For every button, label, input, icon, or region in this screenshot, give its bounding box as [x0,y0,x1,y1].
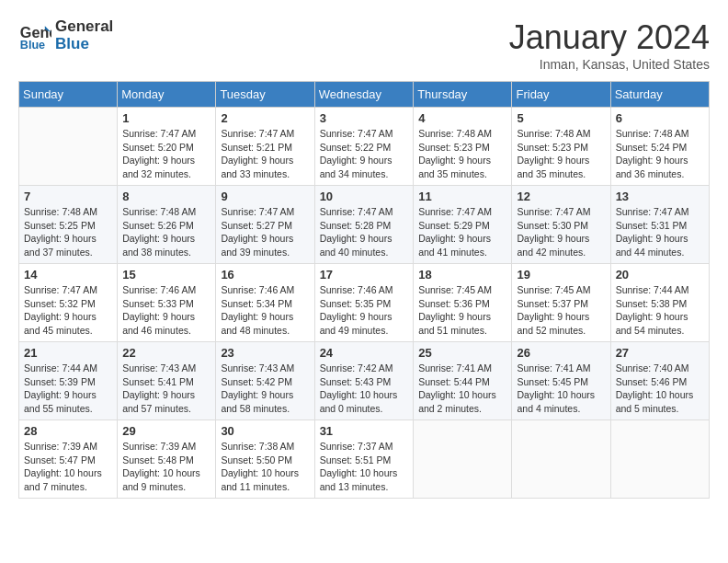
day-number: 21 [24,346,112,360]
calendar-cell: 30Sunrise: 7:38 AMSunset: 5:50 PMDayligh… [216,420,314,499]
day-info: Sunrise: 7:46 AMSunset: 5:35 PMDaylight:… [320,283,409,338]
day-info: Sunrise: 7:39 AMSunset: 5:48 PMDaylight:… [122,440,210,494]
calendar-cell [414,420,512,499]
day-number: 5 [517,111,605,125]
day-number: 28 [24,424,112,438]
calendar-week-row: 21Sunrise: 7:44 AMSunset: 5:39 PMDayligh… [19,342,710,420]
calendar-cell: 19Sunrise: 7:45 AMSunset: 5:37 PMDayligh… [512,264,610,342]
day-number: 2 [221,111,309,125]
calendar-week-row: 14Sunrise: 7:47 AMSunset: 5:32 PMDayligh… [19,264,710,342]
day-number: 17 [320,268,409,282]
logo: General Blue General Blue [18,18,113,52]
calendar-cell: 21Sunrise: 7:44 AMSunset: 5:39 PMDayligh… [19,342,118,420]
calendar-week-row: 28Sunrise: 7:39 AMSunset: 5:47 PMDayligh… [19,420,710,499]
day-info: Sunrise: 7:37 AMSunset: 5:51 PMDaylight:… [320,440,409,494]
calendar-cell [610,420,709,499]
calendar-cell: 16Sunrise: 7:46 AMSunset: 5:34 PMDayligh… [216,264,314,342]
calendar-table: SundayMondayTuesdayWednesdayThursdayFrid… [18,81,710,499]
calendar-cell: 12Sunrise: 7:47 AMSunset: 5:30 PMDayligh… [512,186,610,264]
day-number: 18 [418,268,506,282]
logo-icon: General Blue [18,19,51,52]
day-info: Sunrise: 7:48 AMSunset: 5:24 PMDaylight:… [616,127,704,181]
calendar-cell: 10Sunrise: 7:47 AMSunset: 5:28 PMDayligh… [314,186,414,264]
day-number: 16 [221,268,309,282]
title-block: January 2024 Inman, Kansas, United State… [509,18,710,72]
day-number: 25 [418,346,506,360]
calendar-cell: 24Sunrise: 7:42 AMSunset: 5:43 PMDayligh… [314,342,414,420]
calendar-day-header: Tuesday [216,82,314,108]
calendar-cell [19,108,118,186]
calendar-cell: 17Sunrise: 7:46 AMSunset: 5:35 PMDayligh… [314,264,414,342]
calendar-cell [512,420,610,499]
day-info: Sunrise: 7:43 AMSunset: 5:42 PMDaylight:… [221,362,309,416]
day-number: 9 [221,190,309,203]
calendar-header-row: SundayMondayTuesdayWednesdayThursdayFrid… [19,82,710,108]
day-info: Sunrise: 7:40 AMSunset: 5:46 PMDaylight:… [616,362,704,416]
calendar-cell: 3Sunrise: 7:47 AMSunset: 5:22 PMDaylight… [314,108,414,186]
day-info: Sunrise: 7:45 AMSunset: 5:36 PMDaylight:… [418,283,506,338]
calendar-cell: 25Sunrise: 7:41 AMSunset: 5:44 PMDayligh… [414,342,512,420]
calendar-cell: 20Sunrise: 7:44 AMSunset: 5:38 PMDayligh… [610,264,709,342]
day-number: 7 [24,190,112,203]
day-number: 27 [616,346,704,360]
day-number: 22 [122,346,210,360]
calendar-cell: 31Sunrise: 7:37 AMSunset: 5:51 PMDayligh… [314,420,414,499]
day-info: Sunrise: 7:48 AMSunset: 5:25 PMDaylight:… [24,205,112,259]
day-info: Sunrise: 7:47 AMSunset: 5:29 PMDaylight:… [418,205,506,259]
calendar-cell: 7Sunrise: 7:48 AMSunset: 5:25 PMDaylight… [19,186,118,264]
day-number: 6 [616,111,704,125]
day-info: Sunrise: 7:46 AMSunset: 5:33 PMDaylight:… [122,283,210,338]
calendar-cell: 15Sunrise: 7:46 AMSunset: 5:33 PMDayligh… [118,264,216,342]
day-info: Sunrise: 7:47 AMSunset: 5:22 PMDaylight:… [320,127,409,181]
day-number: 12 [517,190,605,203]
calendar-cell: 11Sunrise: 7:47 AMSunset: 5:29 PMDayligh… [414,186,512,264]
day-number: 11 [418,190,506,203]
day-number: 4 [418,111,506,125]
calendar-cell: 13Sunrise: 7:47 AMSunset: 5:31 PMDayligh… [610,186,709,264]
day-info: Sunrise: 7:47 AMSunset: 5:27 PMDaylight:… [221,205,309,259]
calendar-cell: 5Sunrise: 7:48 AMSunset: 5:23 PMDaylight… [512,108,610,186]
svg-text:General: General [20,23,51,40]
day-number: 29 [122,424,210,438]
day-info: Sunrise: 7:38 AMSunset: 5:50 PMDaylight:… [221,440,309,494]
calendar-cell: 9Sunrise: 7:47 AMSunset: 5:27 PMDaylight… [216,186,314,264]
day-info: Sunrise: 7:48 AMSunset: 5:23 PMDaylight:… [418,127,506,181]
day-number: 14 [24,268,112,282]
day-info: Sunrise: 7:47 AMSunset: 5:28 PMDaylight:… [320,205,409,259]
calendar-week-row: 7Sunrise: 7:48 AMSunset: 5:25 PMDaylight… [19,186,710,264]
calendar-body: 1Sunrise: 7:47 AMSunset: 5:20 PMDaylight… [19,108,710,499]
page-header: General Blue General Blue January 2024 I… [18,18,710,72]
calendar-cell: 27Sunrise: 7:40 AMSunset: 5:46 PMDayligh… [610,342,709,420]
day-info: Sunrise: 7:47 AMSunset: 5:20 PMDaylight:… [122,127,210,181]
day-info: Sunrise: 7:44 AMSunset: 5:38 PMDaylight:… [616,283,704,338]
day-info: Sunrise: 7:48 AMSunset: 5:23 PMDaylight:… [517,127,605,181]
calendar-day-header: Sunday [19,82,118,108]
day-info: Sunrise: 7:41 AMSunset: 5:44 PMDaylight:… [418,362,506,416]
calendar-cell: 23Sunrise: 7:43 AMSunset: 5:42 PMDayligh… [216,342,314,420]
day-number: 23 [221,346,309,360]
calendar-day-header: Monday [118,82,216,108]
calendar-cell: 4Sunrise: 7:48 AMSunset: 5:23 PMDaylight… [414,108,512,186]
calendar-cell: 29Sunrise: 7:39 AMSunset: 5:48 PMDayligh… [118,420,216,499]
calendar-cell: 28Sunrise: 7:39 AMSunset: 5:47 PMDayligh… [19,420,118,499]
calendar-day-header: Saturday [610,82,709,108]
calendar-cell: 1Sunrise: 7:47 AMSunset: 5:20 PMDaylight… [118,108,216,186]
day-number: 26 [517,346,605,360]
day-info: Sunrise: 7:43 AMSunset: 5:41 PMDaylight:… [122,362,210,416]
day-info: Sunrise: 7:48 AMSunset: 5:26 PMDaylight:… [122,205,210,259]
day-number: 20 [616,268,704,282]
day-info: Sunrise: 7:42 AMSunset: 5:43 PMDaylight:… [320,362,409,416]
day-info: Sunrise: 7:47 AMSunset: 5:32 PMDaylight:… [24,283,112,338]
calendar-day-header: Wednesday [314,82,414,108]
day-info: Sunrise: 7:41 AMSunset: 5:45 PMDaylight:… [517,362,605,416]
calendar-cell: 18Sunrise: 7:45 AMSunset: 5:36 PMDayligh… [414,264,512,342]
day-number: 24 [320,346,409,360]
day-info: Sunrise: 7:39 AMSunset: 5:47 PMDaylight:… [24,440,112,494]
day-number: 19 [517,268,605,282]
day-number: 13 [616,190,704,203]
day-info: Sunrise: 7:47 AMSunset: 5:31 PMDaylight:… [616,205,704,259]
calendar-cell: 14Sunrise: 7:47 AMSunset: 5:32 PMDayligh… [19,264,118,342]
day-number: 30 [221,424,309,438]
svg-text:Blue: Blue [20,39,45,52]
day-number: 31 [320,424,409,438]
